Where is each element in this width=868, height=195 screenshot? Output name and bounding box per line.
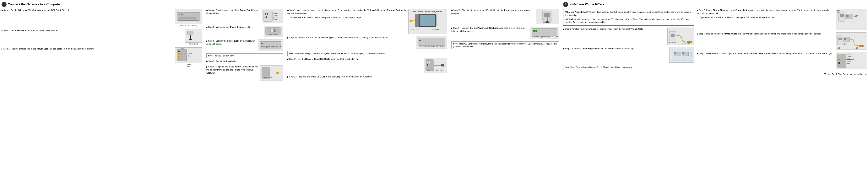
step6-block: Step 6 Confirm the Power Light on the Ga… [207,39,283,51]
s2step5-arrow [697,52,699,55]
svg-rect-17 [181,53,182,55]
svg-text:Yellow Cable: Yellow Cable [264,77,272,78]
step12-block: Step 12 Plug one end of the DSL Cable in… [287,75,447,78]
svg-text:Cable: Cable [847,59,850,60]
svg-rect-26 [267,13,268,14]
s2step4-img: Phone Cord Phone Jack Phone Filter [836,32,866,50]
phone-cord-filter-image: Phone Cord Phone Jack Phone Filter [836,32,866,50]
svg-text:Power Switch: Power Switch [269,34,277,35]
step13-arrow [452,9,453,11]
svg-rect-87 [671,34,675,37]
step7-text: Step 7 Get the Yellow Cable. [207,60,283,63]
svg-rect-99 [846,15,848,17]
svg-rect-84 [540,30,541,32]
section2-left: What are Phone Filters? Phone Filters se… [563,9,694,75]
step3-img: Power Cord Back PowerCord [175,47,202,67]
step3-arrow [2,47,3,50]
svg-rect-54 [409,20,412,22]
step8-text: Step 8 Plug one end of the Yellow Cable … [207,65,258,74]
flip-note: Flip this Quick Start Guide over to cont… [697,72,866,75]
step3-text: Step 3 Plug the smaller end of the Power… [2,47,174,51]
svg-rect-62 [429,40,430,41]
step11-text: Step 11 Get the Black or Gray DSL Cable … [287,58,422,61]
step5-img: Power Switch [264,26,283,37]
svg-rect-61 [426,40,428,41]
svg-rect-118 [841,55,842,57]
section1-number: 1 [2,2,6,7]
svg-text:White Port: White Port [427,69,433,71]
svg-rect-80 [532,29,557,36]
s2step5-text: Step 5 Make sure you did NOT put a Phone… [697,52,834,55]
svg-text:Back: Back [181,48,184,49]
svg-rect-48 [276,72,279,74]
svg-rect-38 [264,43,265,44]
s2step4-arrow [697,33,699,35]
step10-img: Ethernet Lights on Wireless DSL Gateway [416,36,447,49]
step5-text: Step 5 Make sure the Power Switch is ON. [207,26,262,29]
step1-img: Wireless DSL Gateway [175,9,202,27]
phone-filter-wall-image: Phone Jack Phone Filter [836,9,866,30]
svg-text:Cord: Cord [837,48,840,49]
section1-title: Connect the Gateway to a Computer [8,3,61,6]
svg-text:Phone: Phone [837,46,841,48]
svg-text:Cord: Cord [188,55,191,57]
section1-col2: Step 4 Plug the larger end of the Power … [204,2,285,193]
step1-block: Step 1 Get the Wireless DSL Gateway from… [2,9,202,27]
svg-text:Black: Black [543,22,546,23]
svg-rect-67 [427,62,428,63]
step3-block: Step 3 Plug the smaller end of the Power… [2,47,202,67]
step10-block: Step 10 Confirm that 1 of the 4 Ethernet… [287,36,447,49]
svg-rect-37 [261,43,263,44]
filters-bag-image [669,47,694,63]
step6-text: Step 6 Confirm the Power Light on the Ga… [207,39,256,46]
svg-text:Cable: Cable [847,56,851,57]
svg-text:Computer: Computer [432,29,439,30]
svg-rect-9 [189,39,192,40]
s2step3-arrow [697,9,699,11]
phone-filter-info-box: What are Phone Filters? Phone Filters se… [563,9,694,26]
step7-block: Step 7 Get the Yellow Cable. [207,60,283,63]
svg-rect-71 [441,64,444,66]
svg-rect-40 [268,43,270,44]
step4-arrow [207,9,208,11]
svg-rect-2 [181,14,183,15]
svg-rect-126 [838,62,840,64]
info-title2: All Devices [565,18,576,21]
step11-block: Step 11 Get the Black or Gray DSL Cable … [287,58,447,73]
s2step3-img: Phone Jack Phone Filter [836,9,866,30]
svg-rect-3 [184,14,185,15]
svg-text:Yellow: Yellow [847,54,851,56]
step12-arrow [287,75,289,78]
svg-rect-43 [263,69,264,70]
s2step2-text: Step 2 Open the Clear Bag and remove the… [563,47,668,50]
step5-arrow [207,26,208,28]
svg-rect-16 [178,58,180,60]
svg-text:Phone Cable: Phone Cable [682,42,690,44]
step13-block: Step 13 Plug the other end of the DSL Ca… [452,9,559,24]
step11-arrow [287,58,289,60]
svg-rect-97 [840,14,844,17]
step4-block: Step 4 Plug the larger end of the Power … [207,9,283,23]
yellow-cable-image: Yellow Cable [260,65,283,81]
step4-text: Step 4 Plug the larger end of the Power … [207,9,260,15]
svg-rect-4 [186,14,188,15]
svg-point-11 [191,32,191,32]
svg-text:DSL: DSL [847,58,850,59]
svg-rect-68 [429,62,431,63]
svg-text:Yellow Cable: Yellow Cable [410,29,419,30]
svg-text:Cord: Cord [273,19,277,21]
svg-text:Filter: Filter [854,16,858,17]
step1-text: Step 1 Get the Wireless DSL Gateway from… [2,9,174,12]
step9-arrow [287,9,289,11]
svg-text:Phone: Phone [843,42,846,44]
power-cord-image [185,29,202,42]
svg-rect-122 [838,59,840,60]
step9-sub: An Ethernet Port looks similar to a regu… [287,16,407,19]
note2-box: Note: If the Ethernet Light does NOT tur… [287,51,403,56]
step2-text: Step 2 Get the Power Cord from your DSL … [2,29,183,32]
svg-rect-39 [266,43,267,44]
svg-rect-81 [533,30,535,32]
section2-right: Step 3 Plug a Phone Filter into every Ph… [697,9,866,75]
power-light-image: Power Light on Wireless DSL Gateway [258,39,283,51]
info-title: What are Phone Filters? [565,11,589,13]
